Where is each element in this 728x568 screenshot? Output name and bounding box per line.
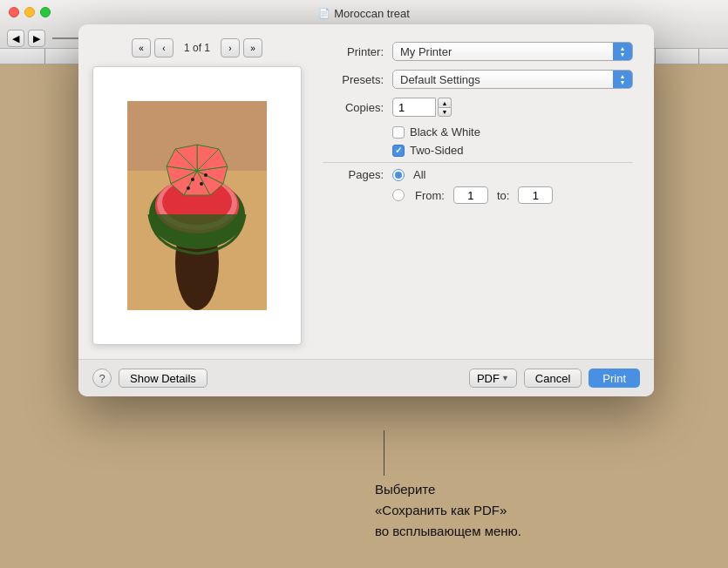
callout: Выберите «Сохранить как PDF» во всплываю…: [375, 430, 521, 542]
show-details-button[interactable]: Show Details: [119, 369, 208, 388]
fullscreen-button[interactable]: [40, 7, 51, 17]
callout-line3: во всплывающем меню.: [375, 524, 521, 538]
pages-all-label: All: [413, 168, 425, 181]
svg-point-16: [191, 178, 194, 181]
presets-arrows: ▲ ▼: [613, 70, 632, 89]
play-btn[interactable]: ▶: [28, 30, 45, 47]
pages-section: Pages: All From: to:: [323, 168, 633, 204]
window-title: 📄 Moroccan treat: [318, 7, 410, 20]
callout-line: [384, 430, 384, 476]
printer-value: My Printer: [393, 45, 613, 58]
title-text: Moroccan treat: [334, 7, 410, 20]
two-sided-checkbox[interactable]: [392, 145, 405, 157]
presets-value: Default Settings: [393, 73, 613, 86]
pages-from-label: From:: [415, 189, 445, 202]
callout-text: Выберите «Сохранить как PDF» во всплываю…: [375, 479, 521, 542]
callout-line1: Выберите: [375, 482, 435, 497]
traffic-lights: [9, 7, 51, 17]
pages-to-input[interactable]: [518, 186, 553, 204]
black-white-label: Black & White: [410, 125, 480, 139]
dialog-body: « ‹ 1 of 1 › »: [78, 24, 654, 359]
black-white-row: Black & White: [392, 125, 633, 139]
prev-page-btn[interactable]: ‹: [154, 38, 173, 57]
page-preview: [92, 66, 302, 345]
up-arrow2: ▲: [620, 73, 626, 79]
printer-label: Printer:: [323, 45, 384, 58]
two-sided-label: Two-Sided: [410, 144, 463, 157]
copies-stepper: ▲ ▼: [438, 98, 452, 117]
callout-line2: «Сохранить как PDF»: [375, 503, 507, 517]
page-nav: « ‹ 1 of 1 › »: [92, 38, 302, 57]
svg-point-19: [204, 173, 208, 177]
page-indicator: 1 of 1: [177, 42, 217, 54]
pdf-dropdown-arrow: ▼: [501, 374, 509, 382]
printer-select[interactable]: My Printer ▲ ▼: [392, 42, 633, 61]
pdf-button[interactable]: PDF ▼: [469, 369, 517, 388]
cancel-button[interactable]: Cancel: [524, 369, 582, 388]
copies-label: Copies:: [323, 101, 384, 114]
pages-all-row: Pages: All: [323, 168, 633, 181]
print-button[interactable]: Print: [589, 369, 640, 388]
pages-from-input[interactable]: [453, 186, 488, 204]
help-button[interactable]: ?: [92, 369, 112, 388]
svg-point-18: [187, 186, 190, 190]
presets-label: Presets:: [323, 73, 384, 86]
copies-input[interactable]: 1: [392, 98, 436, 117]
print-dialog: « ‹ 1 of 1 › »: [78, 24, 654, 396]
presets-select[interactable]: Default Settings ▲ ▼: [392, 70, 633, 89]
divider: [323, 162, 633, 163]
copies-value: 1: [398, 101, 405, 114]
down-arrow2: ▼: [620, 79, 626, 85]
copies-control: 1 ▲ ▼: [392, 98, 452, 117]
presets-row: Presets: Default Settings ▲ ▼: [323, 70, 633, 89]
options-panel: Printer: My Printer ▲ ▼ Presets: Default…: [316, 38, 640, 345]
doc-icon: 📄: [318, 8, 330, 19]
close-button[interactable]: [9, 7, 19, 17]
dialog-footer: ? Show Details PDF ▼ Cancel Print: [78, 359, 654, 396]
pages-from-row: From: to:: [392, 186, 633, 204]
pdf-label: PDF: [477, 372, 500, 385]
copies-down-btn[interactable]: ▼: [438, 107, 452, 117]
last-page-btn[interactable]: »: [243, 38, 262, 57]
copies-up-btn[interactable]: ▲: [438, 98, 452, 107]
two-sided-row: Two-Sided: [392, 144, 633, 157]
preview-image: [127, 101, 267, 310]
pages-from-radio[interactable]: [392, 189, 405, 201]
minimize-button[interactable]: [24, 7, 35, 17]
first-page-btn[interactable]: «: [132, 38, 151, 57]
printer-arrows: ▲ ▼: [613, 42, 632, 61]
copies-row: Copies: 1 ▲ ▼: [323, 98, 633, 117]
pages-to-label: to:: [497, 189, 509, 202]
view-btn[interactable]: ◀: [7, 30, 24, 47]
up-arrow: ▲: [620, 45, 626, 51]
black-white-checkbox[interactable]: [392, 126, 405, 139]
pages-all-radio[interactable]: [392, 169, 405, 181]
next-page-btn[interactable]: ›: [221, 38, 240, 57]
preview-panel: « ‹ 1 of 1 › »: [92, 38, 302, 345]
printer-row: Printer: My Printer ▲ ▼: [323, 42, 633, 61]
svg-point-17: [200, 182, 203, 186]
pages-label: Pages:: [323, 168, 384, 181]
down-arrow: ▼: [620, 51, 626, 57]
